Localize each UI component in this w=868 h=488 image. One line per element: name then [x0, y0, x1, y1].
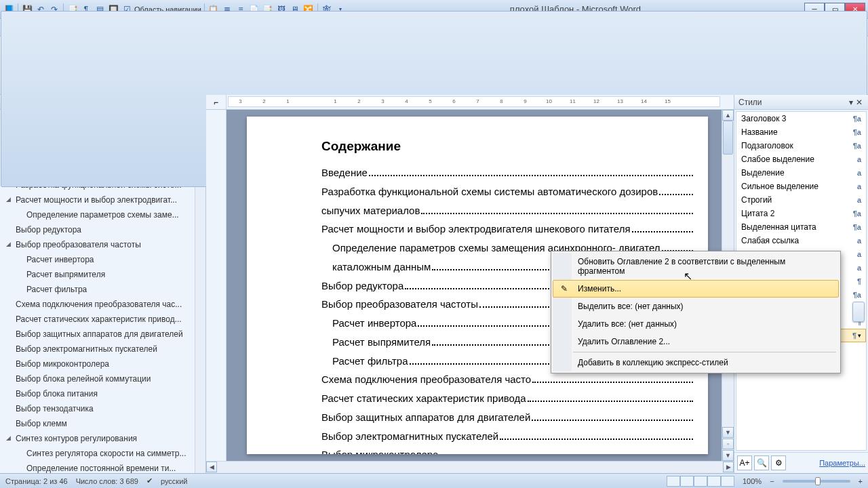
toc-line[interactable]: Введение: [321, 163, 694, 182]
toc-line[interactable]: Выбор микроконтролера: [321, 445, 694, 454]
ruler-corner[interactable]: ⌐: [206, 95, 226, 109]
nav-tree-container: ▲ ВведениеРазработка функциональной схем…: [0, 148, 205, 473]
status-zoom[interactable]: 100%: [743, 477, 762, 485]
style-row[interactable]: Подзаголовок¶a: [736, 139, 866, 152]
nav-scrollbar[interactable]: ▲: [195, 148, 205, 473]
style-row[interactable]: Строгийa: [736, 193, 866, 207]
toc-line[interactable]: Расчет статических характеристик привода: [321, 389, 694, 408]
horizontal-scrollbar[interactable]: ◀ ▶: [206, 461, 734, 473]
doc-heading: Содержание: [321, 134, 694, 158]
style-row[interactable]: Название¶a: [736, 125, 866, 139]
style-row[interactable]: Цитата 2¶a: [736, 207, 866, 220]
ctx-remove-all[interactable]: Удалить все: (нет данных): [553, 315, 839, 333]
status-lang[interactable]: русский: [161, 477, 187, 485]
tree-item[interactable]: Выбор защитных аппаратов для двигателей: [1, 327, 193, 342]
zoom-slider[interactable]: [783, 480, 850, 483]
tree-item[interactable]: Расчет статических характеристик привод.…: [1, 312, 193, 327]
manage-styles-button[interactable]: ⚙: [771, 455, 786, 470]
toc-line[interactable]: Расчет мощности и выбор электродвигателя…: [321, 220, 694, 239]
context-menu: Обновить Оглавление 2 в соответствии с в…: [551, 251, 841, 373]
status-words[interactable]: Число слов: 3 689: [76, 477, 138, 485]
styles-dropdown-icon[interactable]: ▾: [848, 98, 854, 107]
toc-line[interactable]: Выбор защитных аппаратов для двигателей: [321, 408, 694, 427]
zoom-in-button[interactable]: +: [859, 477, 863, 485]
tree-item[interactable]: Расчет выпрямителя: [1, 267, 193, 282]
tree-item[interactable]: Выбор электромагнитных пускателей: [1, 342, 193, 357]
tree-item[interactable]: Выбор блока питания: [1, 386, 193, 401]
zoom-out-button[interactable]: −: [770, 477, 774, 485]
view-draft[interactable]: [721, 476, 734, 487]
statusbar: Страница: 2 из 46 Число слов: 3 689 ✔ ру…: [0, 473, 868, 488]
ctx-add-gallery[interactable]: Добавить в коллекцию экспресс-стилей: [553, 354, 839, 371]
ruler-row: ⌐ 321123456789101112131415: [206, 95, 734, 110]
ctx-select-all[interactable]: Выделить все: (нет данных): [553, 298, 839, 315]
tree-item[interactable]: Выбор блока релейной коммутации: [1, 371, 193, 386]
modify-icon: ✎: [559, 283, 570, 294]
style-row[interactable]: Выделенная цитата¶a: [736, 220, 866, 234]
view-web[interactable]: [694, 476, 707, 487]
view-print-layout[interactable]: [667, 476, 680, 487]
view-outline[interactable]: [707, 476, 721, 487]
tree-item[interactable]: Расчет инвертора: [1, 252, 193, 267]
tree-item[interactable]: Расчет фильтра: [1, 282, 193, 297]
toc-line[interactable]: Выбор электромагнитных пускателей: [321, 427, 694, 446]
styles-footer: A+ 🔍 ⚙ Параметры...: [734, 452, 868, 473]
tree-item[interactable]: Выбор тензодатчика: [1, 401, 193, 416]
tree-item[interactable]: ◢Синтез контуров регулирования: [1, 431, 193, 446]
style-row[interactable]: Заголовок 3¶a: [736, 112, 866, 125]
style-row[interactable]: Слабое выделениеa: [736, 152, 866, 166]
styles-header: Стили ▾ ✕: [734, 95, 868, 110]
ctx-delete-style[interactable]: Удалить Оглавление 2...: [553, 333, 839, 350]
ctx-update-match[interactable]: Обновить Оглавление 2 в соответствии с в…: [553, 253, 839, 280]
view-buttons: [667, 476, 734, 487]
status-proof-icon[interactable]: ✔: [146, 476, 153, 485]
styles-slider-thumb[interactable]: [852, 302, 865, 322]
tree-item[interactable]: Определение параметров схемы заме...: [1, 207, 193, 222]
toc-line[interactable]: Разработка функциональной схемы системы …: [321, 182, 694, 201]
styles-title: Стили: [738, 98, 762, 107]
navigation-pane: Навигация ▾ ✕ 🔍▾ ▤ ▦ ▥ ▲ ▼ ▲ ВведениеРаз…: [0, 95, 206, 473]
tree-item[interactable]: Выбор клемм: [1, 416, 193, 431]
style-row[interactable]: Сильное выделениеa: [736, 180, 866, 193]
tree-item[interactable]: Синтез регулятора скорости на симметр...: [1, 446, 193, 461]
style-row[interactable]: Слабая ссылкаa: [736, 234, 866, 247]
tree-item[interactable]: Выбор редуктора: [1, 222, 193, 237]
tree-item[interactable]: Определение постоянной времени ти...: [1, 461, 193, 473]
view-full-reading[interactable]: [680, 476, 694, 487]
tree-item[interactable]: Схема подключения преобразователя час...: [1, 297, 193, 312]
horizontal-ruler[interactable]: 321123456789101112131415: [228, 96, 720, 107]
vertical-ruler[interactable]: [206, 110, 226, 461]
tree-item[interactable]: ◢Расчет мощности и выбор электродвигат..…: [1, 192, 193, 207]
style-row[interactable]: Выделениеa: [736, 166, 866, 180]
params-link[interactable]: Параметры...: [819, 459, 865, 467]
ctx-modify[interactable]: ✎Изменить...: [553, 280, 839, 298]
tree-item[interactable]: Выбор микроконтролера: [1, 357, 193, 371]
nav-tree: ▲ ВведениеРазработка функциональной схем…: [0, 148, 195, 473]
styles-close-icon[interactable]: ✕: [854, 98, 864, 107]
tree-item[interactable]: ◢Выбор преобразователя частоты: [1, 237, 193, 252]
style-inspector-button[interactable]: 🔍: [754, 455, 769, 470]
status-page[interactable]: Страница: 2 из 46: [5, 477, 68, 485]
toc-line-cont[interactable]: сыпучих материалов: [321, 201, 694, 220]
new-style-button[interactable]: A+: [737, 455, 752, 470]
